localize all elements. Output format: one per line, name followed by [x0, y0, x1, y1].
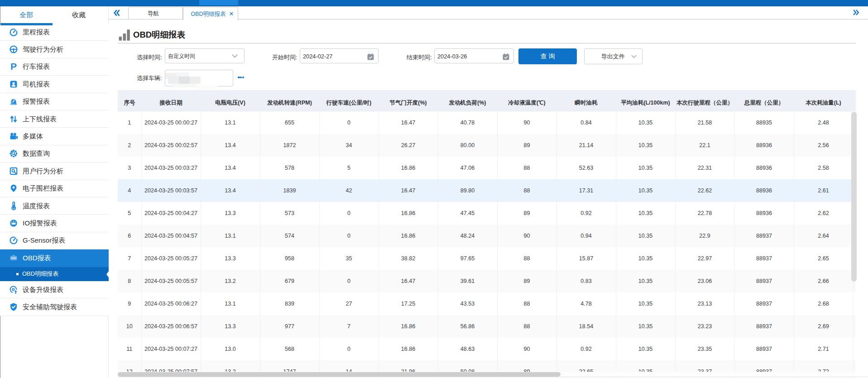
svg-text:OBD: OBD — [11, 257, 16, 260]
